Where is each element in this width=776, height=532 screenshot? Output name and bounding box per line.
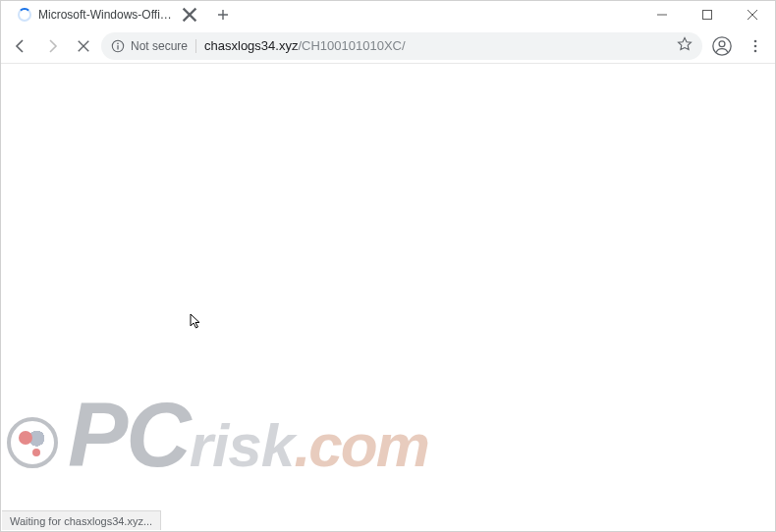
- status-bar: Waiting for chasxlogs34.xyz...: [2, 510, 161, 530]
- address-bar[interactable]: Not secure chasxlogs34.xyz/CH100101010XC…: [101, 32, 702, 60]
- svg-point-2: [117, 42, 119, 44]
- bookmark-star-icon[interactable]: [677, 36, 693, 55]
- security-chip[interactable]: Not secure: [111, 39, 196, 53]
- tab-active[interactable]: Microsoft-Windows-Official-Serv: [9, 1, 205, 28]
- toolbar: Not secure chasxlogs34.xyz/CH100101010XC…: [1, 28, 775, 64]
- tab-strip: Microsoft-Windows-Official-Serv: [1, 1, 639, 28]
- svg-point-5: [719, 40, 725, 46]
- new-tab-button[interactable]: [209, 1, 237, 28]
- window-maximize-button[interactable]: [685, 1, 730, 28]
- svg-rect-3: [117, 45, 118, 49]
- svg-point-6: [754, 39, 757, 42]
- svg-point-7: [754, 44, 757, 47]
- back-button[interactable]: [7, 32, 34, 60]
- security-text: Not secure: [131, 39, 188, 53]
- app-menu-button[interactable]: [742, 32, 769, 60]
- page-viewport: [2, 64, 774, 530]
- window-minimize-button[interactable]: [639, 1, 685, 28]
- forward-button[interactable]: [38, 32, 66, 60]
- url-host: chasxlogs34.xyz: [204, 38, 298, 53]
- stop-reload-button[interactable]: [70, 32, 97, 60]
- profile-avatar-icon[interactable]: [710, 34, 734, 58]
- window-close-button[interactable]: [730, 1, 775, 28]
- tab-close-icon[interactable]: [182, 7, 197, 23]
- svg-point-8: [754, 49, 757, 52]
- url-path: /CH100101010XC/: [298, 38, 405, 53]
- svg-rect-0: [703, 11, 712, 20]
- svg-point-4: [713, 36, 731, 54]
- info-icon: [111, 39, 125, 53]
- browser-window: Microsoft-Windows-Official-Serv: [0, 0, 776, 532]
- loading-spinner-icon: [17, 7, 32, 23]
- url-text: chasxlogs34.xyz/CH100101010XC/: [204, 38, 669, 53]
- status-text: Waiting for chasxlogs34.xyz...: [10, 515, 152, 527]
- tab-title: Microsoft-Windows-Official-Serv: [38, 8, 176, 22]
